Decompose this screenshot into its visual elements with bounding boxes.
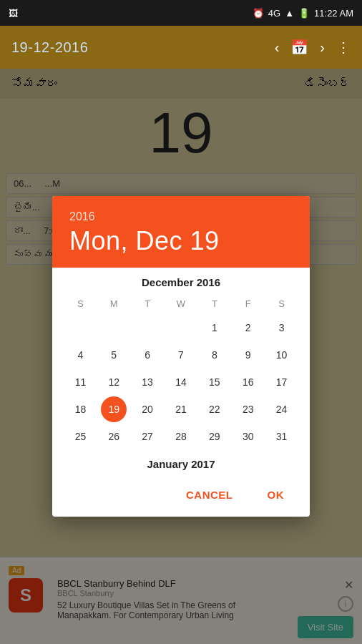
modal-overlay: 2016 Mon, Dec 19 December 2016 S M T W T… — [0, 69, 362, 644]
dp-year: 2016 — [69, 210, 293, 223]
date-picker-dialog: 2016 Mon, Dec 19 December 2016 S M T W T… — [52, 196, 310, 517]
toolbar-date: 19-12-2016 — [11, 39, 266, 56]
dp-day-11[interactable]: 11 — [67, 369, 93, 395]
dp-day-14[interactable]: 14 — [168, 369, 194, 395]
battery-icon: 🔋 — [298, 8, 310, 19]
dp-day-4[interactable]: 4 — [67, 342, 93, 368]
dp-day-7[interactable]: 7 — [168, 342, 194, 368]
dp-day-22[interactable]: 22 — [202, 396, 228, 422]
back-button[interactable]: ‹ — [275, 39, 280, 56]
dp-day-6[interactable]: 6 — [134, 342, 160, 368]
status-right: ⏰ 4G ▲ 🔋 11:22 AM — [253, 8, 353, 19]
alarm-icon: ⏰ — [253, 8, 264, 19]
image-icon: 🖼 — [9, 8, 18, 19]
more-menu-button[interactable]: ⋮ — [336, 39, 351, 56]
weekday-wed: W — [165, 296, 198, 312]
dp-day-24[interactable]: 24 — [269, 396, 295, 422]
dp-day-21[interactable]: 21 — [168, 396, 194, 422]
weekday-tue: T — [131, 296, 165, 312]
dp-day-15[interactable]: 15 — [202, 369, 228, 395]
dp-day-2[interactable]: 2 — [235, 315, 261, 341]
dp-day-26[interactable]: 26 — [101, 424, 127, 449]
dp-actions: CANCEL OK — [52, 476, 310, 517]
dp-december-title: December 2016 — [64, 276, 298, 288]
dp-day-31[interactable]: 31 — [269, 424, 295, 449]
dp-day-12[interactable]: 12 — [101, 369, 127, 395]
dp-day-18[interactable]: 18 — [67, 396, 93, 422]
dp-day-13[interactable]: 13 — [134, 369, 160, 395]
calendar-button[interactable]: 📅 — [290, 39, 308, 56]
forward-button[interactable]: › — [320, 39, 325, 56]
dp-day-9[interactable]: 9 — [235, 342, 261, 368]
weekday-sat: S — [265, 296, 298, 312]
background-content: సోమవారం డిసెంబర్ 19 06... ...M బైయి... .… — [0, 69, 362, 644]
toolbar-actions: ‹ 📅 › ⋮ — [275, 39, 351, 56]
app-toolbar: 19-12-2016 ‹ 📅 › ⋮ — [0, 26, 362, 69]
dp-day-8[interactable]: 8 — [202, 342, 228, 368]
signal-icon: ▲ — [285, 8, 294, 19]
dp-day-20[interactable]: 20 — [134, 396, 160, 422]
dp-day-27[interactable]: 27 — [134, 424, 160, 449]
cancel-button[interactable]: CANCEL — [172, 482, 248, 508]
dp-day-17[interactable]: 17 — [269, 369, 295, 395]
time-label: 11:22 AM — [314, 8, 353, 19]
weekday-sun: S — [64, 296, 97, 312]
status-bar: 🖼 ⏰ 4G ▲ 🔋 11:22 AM — [0, 0, 362, 26]
dp-day-28[interactable]: 28 — [168, 424, 194, 449]
dp-day-29[interactable]: 29 — [202, 424, 228, 449]
weekday-fri: F — [231, 296, 265, 312]
status-left: 🖼 — [9, 8, 18, 19]
dp-day-10[interactable]: 10 — [269, 342, 295, 368]
dp-day-5[interactable]: 5 — [101, 342, 127, 368]
dp-day-1[interactable]: 1 — [202, 315, 228, 341]
weekday-thu: T — [197, 296, 231, 312]
dp-body: December 2016 S M T W T F S 1 — [52, 268, 310, 470]
dp-day-3[interactable]: 3 — [269, 315, 295, 341]
dp-day-19-selected[interactable]: 19 — [101, 396, 127, 422]
dp-january-title: January 2017 — [64, 458, 298, 470]
weekday-mon: M — [97, 296, 131, 312]
dp-day-23[interactable]: 23 — [235, 396, 261, 422]
dp-days-grid: 1 2 3 4 5 6 7 8 9 10 11 12 13 14 15 — [64, 315, 298, 449]
dp-day-25[interactable]: 25 — [67, 424, 93, 449]
dp-day-16[interactable]: 16 — [235, 369, 261, 395]
dp-selected-date: Mon, Dec 19 — [69, 226, 293, 256]
dp-header: 2016 Mon, Dec 19 — [52, 196, 310, 268]
dp-day-30[interactable]: 30 — [235, 424, 261, 449]
ok-button[interactable]: OK — [253, 482, 299, 508]
network-label: 4G — [268, 8, 280, 19]
dp-weekdays: S M T W T F S — [64, 296, 298, 312]
